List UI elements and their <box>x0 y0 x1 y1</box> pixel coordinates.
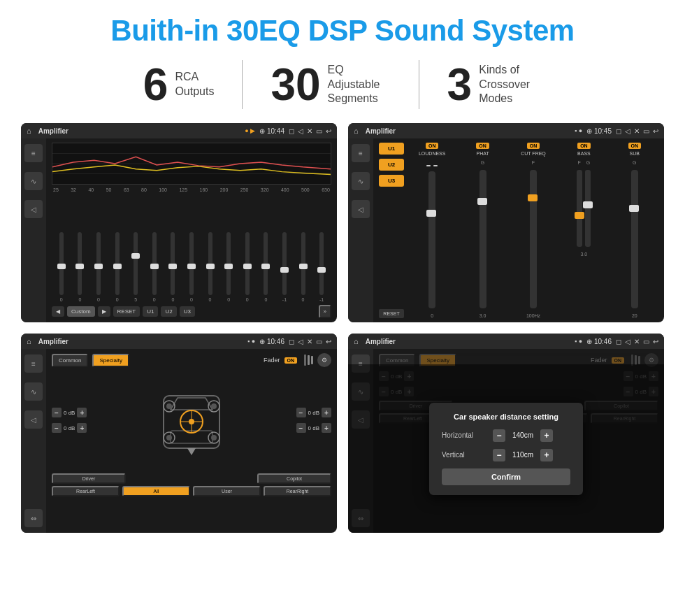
amp2-sidebar-vol[interactable]: ◁ <box>352 200 370 218</box>
amp2-reset-btn[interactable]: RESET <box>379 309 404 318</box>
loudness-thumb[interactable] <box>426 210 436 217</box>
phat-thumb[interactable] <box>477 198 487 205</box>
cutfreq-slider[interactable] <box>530 170 537 308</box>
driver-btn[interactable]: Driver <box>52 473 126 484</box>
fader-vol-icon: ◁ <box>298 338 303 345</box>
rr-minus[interactable]: − <box>296 423 306 433</box>
fader-on-badge[interactable]: ON <box>284 357 298 364</box>
eq-reset-btn[interactable]: RESET <box>113 306 140 317</box>
phat-on[interactable]: ON <box>476 143 489 149</box>
fr-minus[interactable]: − <box>296 408 306 417</box>
eq-topbar: Amplifier ● ▶ ⊕ 10:44 ◻ ◁ ✕ ▭ ↩ <box>21 123 337 138</box>
stat-rca-number: 6 <box>143 62 168 107</box>
bass-on[interactable]: ON <box>577 143 591 149</box>
vertical-plus[interactable]: + <box>540 449 553 461</box>
bass-f-thumb[interactable] <box>575 212 584 219</box>
fl-plus[interactable]: + <box>77 408 87 417</box>
eq-thumb-5[interactable] <box>150 264 159 269</box>
eq-expand-btn[interactable]: » <box>319 305 331 318</box>
loudness-on[interactable]: ON <box>426 143 439 149</box>
fader-sidebar-extra[interactable]: ⇔ <box>24 509 43 527</box>
phat-slider[interactable] <box>480 170 486 308</box>
eq-sidebar: ≡ ∿ ◁ <box>21 138 46 322</box>
vertical-minus[interactable]: − <box>493 449 505 461</box>
eq-thumb-6[interactable] <box>168 264 177 269</box>
eq-slider-10: 0 <box>239 232 256 302</box>
amp2-u3-btn[interactable]: U3 <box>379 175 404 187</box>
sub-on[interactable]: ON <box>628 143 642 149</box>
fader-bottom-row2: RearLeft All User RearRight <box>52 486 331 496</box>
eq-thumb-7[interactable] <box>187 264 196 269</box>
eq-u3-btn[interactable]: U3 <box>180 306 195 317</box>
confirm-button[interactable]: Confirm <box>442 468 570 485</box>
eq-thumb-2[interactable] <box>94 264 103 269</box>
eq-thumb-4[interactable] <box>131 253 140 259</box>
bass-g-thumb[interactable] <box>583 201 593 208</box>
eq-thumb-11[interactable] <box>261 264 270 269</box>
cutfreq-on[interactable]: ON <box>527 143 540 149</box>
screenshots-grid: Amplifier ● ▶ ⊕ 10:44 ◻ ◁ ✕ ▭ ↩ ≡ ∿ ◁ <box>21 123 664 533</box>
eq-thumb-1[interactable] <box>75 264 84 269</box>
eq-thumb-9[interactable] <box>224 264 233 269</box>
amp2-u1-btn[interactable]: U1 <box>379 143 404 155</box>
stat-rca-text: RCAOutputs <box>175 70 214 99</box>
fader-common-tab[interactable]: Common <box>52 354 88 367</box>
amp2-sidebar-wave[interactable]: ∿ <box>352 172 370 190</box>
horizontal-plus[interactable]: + <box>540 429 553 442</box>
rr-plus[interactable]: + <box>322 423 331 433</box>
eq-thumb-14[interactable] <box>317 267 326 273</box>
back-icon: ↩ <box>326 127 331 135</box>
eq-slider-4: 5 <box>127 232 144 302</box>
eq-u1-btn[interactable]: U1 <box>143 306 158 317</box>
fr-plus[interactable]: + <box>322 408 331 417</box>
eq-sidebar-eq[interactable]: ≡ <box>24 144 43 162</box>
eq-u2-btn[interactable]: U2 <box>161 306 176 317</box>
eq-thumb-10[interactable] <box>243 264 252 269</box>
sub-slider[interactable] <box>631 170 638 308</box>
eq-thumb-12[interactable] <box>280 267 289 273</box>
amp2-u2-btn[interactable]: U2 <box>379 159 404 171</box>
copilot-btn[interactable]: Copilot <box>257 473 331 484</box>
eq-custom-btn[interactable]: Custom <box>67 306 95 317</box>
eq-prev-btn[interactable]: ◀ <box>52 306 64 317</box>
horizontal-minus[interactable]: − <box>493 429 505 442</box>
rl-minus[interactable]: − <box>52 423 62 433</box>
stat-rca: 6 RCAOutputs <box>115 62 243 107</box>
eq-next-btn[interactable]: ▶ <box>98 306 110 317</box>
user-btn[interactable]: User <box>193 486 261 496</box>
eq-sidebar-wave[interactable]: ∿ <box>24 172 43 190</box>
eq-thumb-0[interactable] <box>57 264 66 269</box>
dialog-overlay: Car speaker distance setting Horizontal … <box>348 364 664 533</box>
eq-thumb-3[interactable] <box>113 264 122 269</box>
loudness-val: 0 <box>431 313 433 318</box>
loudness-slider[interactable] <box>428 171 435 308</box>
cutfreq-thumb[interactable] <box>528 194 538 201</box>
fader-title: Amplifier <box>38 338 243 345</box>
amp2-sidebar-eq[interactable]: ≡ <box>352 144 370 162</box>
bass-g-label: G <box>586 160 590 165</box>
fader-main-content: Common Specialty Fader ON ⚙ <box>46 349 337 533</box>
rearleft-btn[interactable]: RearLeft <box>52 486 120 496</box>
fader-settings-icon[interactable]: ⚙ <box>317 353 331 367</box>
dialog-x-icon: ✕ <box>634 338 640 345</box>
fader-sidebar-wave[interactable]: ∿ <box>24 382 43 401</box>
main-title: Buith-in 30EQ DSP Sound System <box>21 14 664 48</box>
eq-chart <box>52 143 331 185</box>
fl-minus[interactable]: − <box>52 408 62 417</box>
fader-sidebar-vol[interactable]: ◁ <box>24 410 43 429</box>
eq-thumb-13[interactable] <box>299 264 308 269</box>
fader-specialty-tab[interactable]: Specialty <box>92 354 129 367</box>
bass-slider-f[interactable] <box>577 170 582 247</box>
rearright-btn[interactable]: RearRight <box>264 486 331 496</box>
horizontal-value: 140cm <box>509 431 537 439</box>
dialog-back-icon: ↩ <box>653 338 658 345</box>
rl-plus[interactable]: + <box>77 423 87 433</box>
all-btn[interactable]: All <box>122 486 190 496</box>
eq-thumb-8[interactable] <box>206 264 215 269</box>
fader-sidebar-eq[interactable]: ≡ <box>24 354 43 373</box>
eq-sidebar-vol[interactable]: ◁ <box>24 200 43 218</box>
amp2-topbar-icons: ◻ ◁ ✕ ▭ ↩ <box>616 127 658 135</box>
bass-slider-g[interactable] <box>585 170 591 247</box>
sub-thumb[interactable] <box>629 205 639 212</box>
fader-bar <box>304 354 313 366</box>
